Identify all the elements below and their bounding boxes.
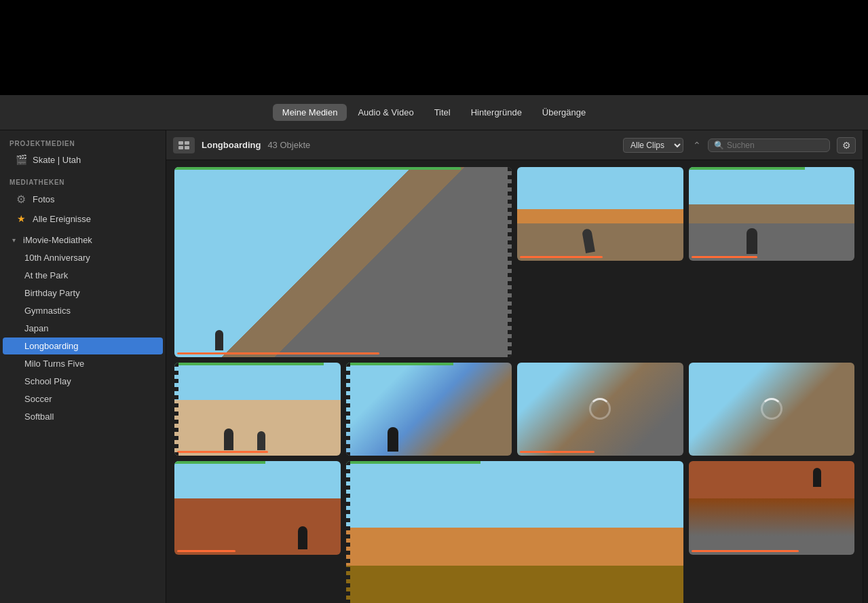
sidebar-item-label: Birthday Party: [24, 288, 80, 298]
content-count: 43 Objekte: [267, 140, 310, 150]
sidebar-item-label: Gymnastics: [24, 306, 71, 316]
tab-meine-medien[interactable]: Meine Medien: [273, 104, 347, 121]
settings-button[interactable]: ⚙: [837, 137, 856, 153]
clip-item[interactable]: [517, 167, 683, 261]
movie-icon: 🎬: [15, 154, 27, 165]
sidebar-item-longboarding[interactable]: Longboarding: [3, 337, 163, 354]
right-scrollbar[interactable]: [863, 130, 868, 603]
sidebar-item-skate-utah[interactable]: 🎬 Skate | Utah: [3, 151, 163, 168]
sidebar-item-japan[interactable]: Japan: [3, 320, 163, 337]
sidebar-item-milo-turns-five[interactable]: Milo Turns Five: [3, 355, 163, 372]
section-title-mediatheken: MEDIATHEKEN: [0, 169, 166, 189]
clip-item[interactable]: [689, 461, 855, 555]
sidebar-item-10th-anniversary[interactable]: 10th Anniversary: [3, 249, 163, 266]
sidebar-item-gymnastics[interactable]: Gymnastics: [3, 302, 163, 319]
sidebar-item-label: School Play: [24, 376, 71, 386]
tab-titel[interactable]: Titel: [425, 104, 460, 121]
tab-audio-video[interactable]: Audio & Video: [348, 104, 423, 121]
sidebar-item-label: Longboarding: [24, 341, 79, 351]
sidebar-item-soccer[interactable]: Soccer: [3, 390, 163, 407]
toggle-view-button[interactable]: [173, 137, 195, 153]
svg-rect-2: [178, 146, 183, 149]
content-header: Longboarding 43 Objekte Alle Clips Favor…: [166, 130, 863, 160]
clip-item[interactable]: [174, 363, 341, 456]
clip-item[interactable]: [517, 363, 683, 456]
svg-rect-1: [185, 141, 189, 145]
top-black-bar: [0, 0, 868, 95]
filter-select[interactable]: Alle Clips Favoriten Abgelehnt: [623, 138, 683, 153]
content-panel: Longboarding 43 Objekte Alle Clips Favor…: [166, 130, 863, 603]
clip-item[interactable]: [346, 461, 683, 603]
filter-arrow-icon: ⌃: [693, 140, 701, 151]
sidebar-item-imovie-mediathek[interactable]: ▾ iMovie-Mediathek: [3, 232, 163, 249]
clip-grid-area: [166, 160, 863, 603]
tab-uebergaenge[interactable]: Übergänge: [533, 104, 595, 121]
tab-hintergruende[interactable]: Hintergründe: [461, 104, 531, 121]
clip-item[interactable]: [689, 167, 855, 261]
sidebar-item-label: Japan: [24, 323, 48, 333]
sidebar-item-alle-ereignisse[interactable]: ★ Alle Ereignisse: [3, 210, 163, 227]
sidebar-item-at-the-park[interactable]: At the Park: [3, 267, 163, 284]
search-box: 🔍: [708, 139, 830, 152]
sidebar-item-label: Milo Turns Five: [24, 359, 84, 369]
sidebar-item-label: Skate | Utah: [33, 155, 81, 165]
sidebar-item-label: At the Park: [24, 270, 68, 280]
svg-rect-0: [178, 141, 183, 145]
main-area: PROJEKTMEDIEN 🎬 Skate | Utah MEDIATHEKEN…: [0, 130, 868, 603]
content-title: Longboarding: [202, 140, 261, 150]
photos-icon: ⚙: [15, 193, 27, 206]
clip-item[interactable]: [689, 363, 855, 456]
sidebar-item-birthday-party[interactable]: Birthday Party: [3, 285, 163, 302]
sidebar-item-softball[interactable]: Softball: [3, 408, 163, 425]
sidebar-item-label: Softball: [24, 412, 54, 422]
sidebar: PROJEKTMEDIEN 🎬 Skate | Utah MEDIATHEKEN…: [0, 130, 166, 603]
sidebar-item-school-play[interactable]: School Play: [3, 373, 163, 390]
main-toolbar: Meine Medien Audio & Video Titel Hinterg…: [0, 95, 868, 130]
clip-item[interactable]: [174, 167, 512, 357]
search-input[interactable]: [727, 141, 822, 150]
disclosure-arrow: ▾: [12, 236, 20, 244]
star-icon: ★: [15, 213, 27, 224]
sidebar-item-label: Alle Ereignisse: [33, 214, 91, 224]
sidebar-item-label: 10th Anniversary: [24, 253, 90, 263]
clip-grid: [174, 167, 854, 603]
search-icon: 🔍: [714, 141, 724, 150]
clip-item[interactable]: [174, 461, 341, 555]
svg-rect-3: [185, 146, 189, 149]
clip-item[interactable]: [346, 363, 512, 456]
sidebar-item-label: Fotos: [33, 194, 55, 204]
sidebar-item-fotos[interactable]: ⚙ Fotos: [3, 189, 163, 209]
sidebar-item-label: Soccer: [24, 394, 52, 404]
sidebar-item-label: iMovie-Mediathek: [23, 235, 92, 245]
section-title-projektmedien: PROJEKTMEDIEN: [0, 130, 166, 150]
